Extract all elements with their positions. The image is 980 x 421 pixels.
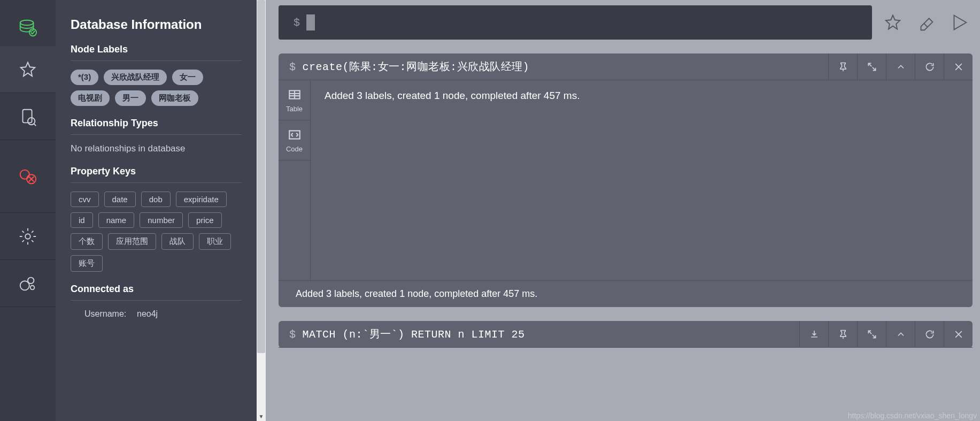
- connection-info: Username: neo4j: [71, 309, 242, 319]
- svg-point-8: [28, 277, 34, 283]
- editor-prompt: $: [294, 17, 300, 29]
- node-label-chip[interactable]: 兴欣战队经理: [104, 70, 167, 85]
- node-label-chip[interactable]: *(3): [71, 70, 98, 85]
- nav-settings[interactable]: [0, 213, 56, 260]
- prop-key-chip[interactable]: date: [104, 192, 136, 207]
- svg-point-0: [20, 20, 34, 26]
- prop-key-chip[interactable]: 账号: [71, 255, 103, 272]
- result-body: Added 3 labels, created 1 node, complete…: [311, 80, 973, 280]
- pin-icon[interactable]: [828, 53, 857, 80]
- sidebar-title: Database Information: [71, 17, 242, 32]
- view-code-tab[interactable]: Code: [279, 120, 310, 160]
- prop-key-chip[interactable]: id: [71, 212, 93, 228]
- prop-key-chip[interactable]: number: [140, 212, 183, 228]
- prop-key-chip[interactable]: price: [188, 212, 222, 228]
- nav-rail: [0, 0, 56, 421]
- nav-db-icon[interactable]: [0, 10, 56, 46]
- no-relationships-text: No relationships in database: [71, 143, 242, 154]
- sidebar-scrollbar[interactable]: ▲ ▼: [257, 0, 266, 421]
- rerun-icon[interactable]: [915, 321, 944, 348]
- view-rail: Table Code: [279, 80, 311, 280]
- node-label-chip[interactable]: 女一: [172, 70, 203, 85]
- svg-point-9: [30, 285, 35, 289]
- svg-rect-2: [23, 109, 32, 123]
- sidebar-heading-prop-keys: Property Keys: [71, 166, 242, 177]
- nav-docs[interactable]: [0, 93, 56, 140]
- node-label-chip[interactable]: 男一: [115, 90, 146, 106]
- username-label: Username:: [84, 309, 137, 319]
- card-query: $create(陈果:女一:网咖老板:兴欣战队经理): [279, 59, 529, 74]
- prop-key-chip[interactable]: cvv: [71, 192, 99, 207]
- sidebar-heading-rel-types: Relationship Types: [71, 118, 242, 129]
- pin-icon[interactable]: [828, 321, 857, 348]
- nav-favorites[interactable]: [0, 46, 56, 93]
- sidebar-heading-connected: Connected as: [71, 284, 242, 295]
- editor-actions: [883, 12, 973, 33]
- rerun-icon[interactable]: [915, 53, 944, 80]
- eraser-icon[interactable]: [916, 12, 936, 33]
- collapse-up-icon[interactable]: [886, 321, 915, 348]
- view-table-tab[interactable]: Table: [279, 80, 310, 120]
- svg-point-4: [20, 170, 29, 179]
- nav-cloud-sync[interactable]: [0, 140, 56, 213]
- sidebar-heading-node-labels: Node Labels: [71, 44, 242, 55]
- main-area: $ $create(陈果:女一:网咖老板:兴欣战队经理) Tabl: [266, 0, 980, 421]
- play-icon[interactable]: [949, 12, 969, 33]
- prop-key-chip[interactable]: name: [98, 212, 135, 228]
- expand-icon[interactable]: [857, 321, 886, 348]
- expand-icon[interactable]: [857, 53, 886, 80]
- result-card: $create(陈果:女一:网咖老板:兴欣战队经理) Table Code: [279, 53, 973, 307]
- nav-about[interactable]: [0, 260, 56, 307]
- close-icon[interactable]: [944, 321, 973, 348]
- prop-key-chip[interactable]: dob: [141, 192, 171, 207]
- username-value: neo4j: [137, 309, 158, 319]
- node-label-chips: *(3) 兴欣战队经理 女一 电视剧 男一 网咖老板: [71, 70, 242, 106]
- card-query: $MATCH (n:`男一`) RETURN n LIMIT 25: [279, 327, 525, 341]
- download-icon[interactable]: [799, 321, 828, 348]
- node-label-chip[interactable]: 电视剧: [71, 90, 110, 106]
- close-icon[interactable]: [944, 53, 973, 80]
- scroll-down-icon[interactable]: ▼: [257, 412, 266, 421]
- prop-key-chip[interactable]: 战队: [161, 233, 194, 250]
- result-card: $MATCH (n:`男一`) RETURN n LIMIT 25: [279, 321, 973, 348]
- prop-key-chip[interactable]: 个数: [71, 233, 103, 250]
- svg-point-6: [25, 234, 30, 239]
- favorite-icon[interactable]: [883, 12, 903, 33]
- svg-rect-11: [289, 131, 300, 139]
- result-footer: Added 3 labels, created 1 node, complete…: [279, 280, 973, 307]
- node-label-chip[interactable]: 网咖老板: [151, 90, 198, 106]
- prop-key-chip[interactable]: expiridate: [176, 192, 227, 207]
- collapse-up-icon[interactable]: [886, 53, 915, 80]
- prop-key-chip[interactable]: 应用范围: [108, 233, 156, 250]
- scrollbar-thumb[interactable]: [257, 0, 265, 353]
- editor-cursor: [306, 14, 315, 30]
- prop-key-chip[interactable]: 职业: [199, 233, 231, 250]
- query-editor[interactable]: $: [279, 5, 872, 40]
- prop-key-chips: cvv date dob expiridate id name number p…: [71, 192, 242, 272]
- sidebar: Database Information Node Labels *(3) 兴欣…: [56, 0, 257, 421]
